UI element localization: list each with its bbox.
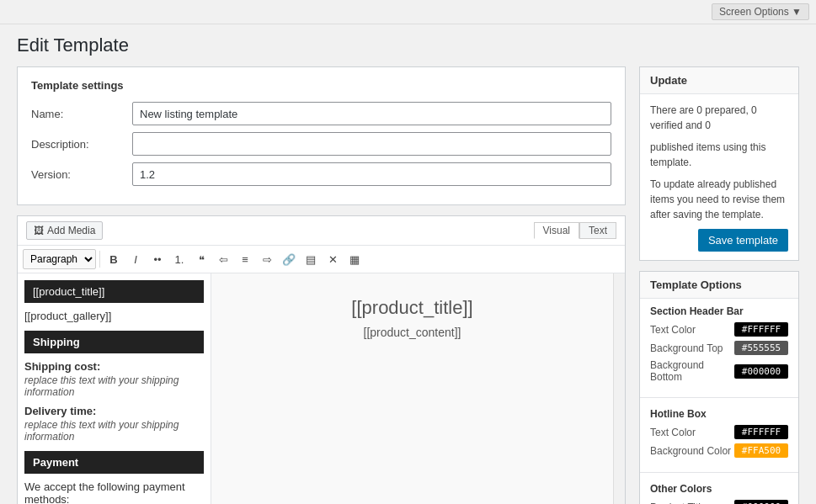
shipping-cost-label: Shipping cost: (24, 360, 204, 373)
paragraph-select[interactable]: Paragraph (23, 249, 96, 269)
tab-text[interactable]: Text (579, 222, 616, 239)
description-input[interactable] (132, 132, 611, 156)
editor-top-bar: 🖼 Add Media Visual Text (18, 216, 625, 246)
description-row: Description: (31, 132, 611, 156)
bg-top-label: Background Top (650, 342, 723, 354)
update-description-3: To update already published items you ne… (650, 177, 788, 222)
more-button[interactable]: ▤ (301, 249, 321, 269)
text-color-label: Text Color (650, 324, 696, 336)
update-box: Update There are 0 prepared, 0 verified … (639, 66, 799, 261)
update-description-1: There are 0 prepared, 0 verified and 0 (650, 103, 788, 133)
hotline-text-row: Text Color #FFFFFF (650, 425, 788, 439)
bg-top-row: Background Top #555555 (650, 341, 788, 355)
hotline-bg-swatch[interactable]: #FFA500 (734, 443, 788, 458)
blockquote-button[interactable]: ❝ (191, 249, 211, 269)
template-options-title: Template Options (640, 272, 798, 299)
save-template-button[interactable]: Save template (698, 229, 788, 252)
align-center-button[interactable]: ≡ (235, 249, 255, 269)
section-header-bar-label: Section Header Bar (650, 305, 788, 317)
version-row: Version: (31, 162, 611, 186)
hotline-text-swatch[interactable]: #FFFFFF (734, 425, 788, 439)
product-title-label: Product Title (650, 501, 707, 505)
delivery-time-note: replace this text with your shipping inf… (24, 419, 204, 443)
delivery-time-label: Delivery time: (24, 405, 204, 417)
align-right-button[interactable]: ⇨ (257, 249, 277, 269)
editor-left-pane[interactable]: [[product_title]] [[product_gallery]] Sh… (18, 273, 211, 504)
shipping-cost-note: replace this text with your shipping inf… (24, 374, 204, 398)
screen-options-bar: Screen Options ▼ (0, 0, 816, 24)
editor-right-content: [[product_title]] [[product_content]] (218, 280, 606, 356)
editor-toolbar: Paragraph B I •• 1. ❝ ⇦ ≡ ⇨ 🔗 ▤ ✕ ▦ (18, 246, 625, 273)
main-panel: Template settings Name: Description: Ver… (17, 66, 626, 504)
editor-box: 🖼 Add Media Visual Text Paragraph B I (17, 215, 626, 504)
product-title-bar-left: [[product_title]] (24, 280, 204, 303)
product-gallery-tag: [[product_gallery]] (24, 310, 204, 322)
product-title-preview: [[product_title]] (218, 297, 606, 319)
bg-bottom-row: Background Bottom #000000 (650, 359, 788, 383)
name-input[interactable] (132, 102, 611, 125)
section-header-bar-section: Section Header Bar Text Color #FFFFFF Ba… (640, 299, 798, 394)
update-box-title: Update (640, 67, 798, 94)
hotline-bg-label: Background Color (650, 445, 731, 457)
text-color-row: Text Color #FFFFFF (650, 322, 788, 337)
divider-2 (640, 472, 798, 473)
template-settings-title: Template settings (31, 79, 611, 92)
template-options-box: Template Options Section Header Bar Text… (639, 271, 799, 504)
ordered-list-button[interactable]: 1. (169, 249, 189, 269)
unordered-list-button[interactable]: •• (147, 249, 168, 269)
sidebar: Update There are 0 prepared, 0 verified … (639, 66, 799, 504)
other-colors-section: Other Colors Product Title #000000 (640, 476, 798, 504)
product-content-preview: [[product_content]] (218, 326, 606, 339)
add-media-button[interactable]: 🖼 Add Media (26, 221, 103, 240)
template-settings-box: Template settings Name: Description: Ver… (17, 66, 626, 205)
hotline-box-section: Hotline Box Text Color #FFFFFF Backgroun… (640, 401, 798, 469)
version-input[interactable] (132, 162, 611, 186)
add-media-label: Add Media (47, 225, 95, 236)
fullscreen-button[interactable]: ✕ (323, 249, 343, 269)
hotline-box-label: Hotline Box (650, 408, 788, 420)
product-title-swatch[interactable]: #000000 (734, 500, 788, 504)
link-button[interactable]: 🔗 (279, 249, 299, 269)
editor-split: [[product_title]] [[product_gallery]] Sh… (18, 273, 625, 504)
other-colors-label: Other Colors (650, 483, 788, 495)
bg-bottom-swatch[interactable]: #000000 (734, 364, 788, 379)
divider-1 (640, 397, 798, 398)
payment-intro: We accept the following payment methods: (24, 480, 204, 504)
tab-visual[interactable]: Visual (534, 222, 579, 239)
name-label: Name: (31, 108, 132, 120)
payment-bar: Payment (24, 451, 204, 474)
image-icon: 🖼 (34, 225, 44, 236)
update-description-2: published items using this template. (650, 140, 788, 170)
bold-button[interactable]: B (104, 249, 124, 269)
update-box-content: There are 0 prepared, 0 verified and 0 p… (640, 94, 798, 260)
content-area: Template settings Name: Description: Ver… (17, 66, 799, 504)
bg-bottom-label: Background Bottom (650, 359, 734, 383)
toolbar-sep-1 (99, 251, 100, 268)
version-label: Version: (31, 168, 132, 181)
kitchen-sink-button[interactable]: ▦ (344, 249, 365, 269)
shipping-bar: Shipping (24, 331, 204, 353)
editor-view-tabs: Visual Text (534, 222, 616, 239)
italic-button[interactable]: I (125, 249, 146, 269)
text-color-swatch[interactable]: #FFFFFF (734, 322, 788, 337)
description-label: Description: (31, 138, 132, 151)
page-title: Edit Template (17, 34, 799, 56)
editor-right-pane: [[product_title]] [[product_content]] (211, 273, 613, 504)
name-row: Name: (31, 102, 611, 125)
hotline-bg-row: Background Color #FFA500 (650, 443, 788, 458)
screen-options-button[interactable]: Screen Options ▼ (712, 3, 809, 20)
align-left-button[interactable]: ⇦ (213, 249, 233, 269)
hotline-text-label: Text Color (650, 427, 696, 438)
editor-scrollbar[interactable] (613, 273, 625, 504)
bg-top-swatch[interactable]: #555555 (734, 341, 788, 355)
product-title-row: Product Title #000000 (650, 500, 788, 504)
